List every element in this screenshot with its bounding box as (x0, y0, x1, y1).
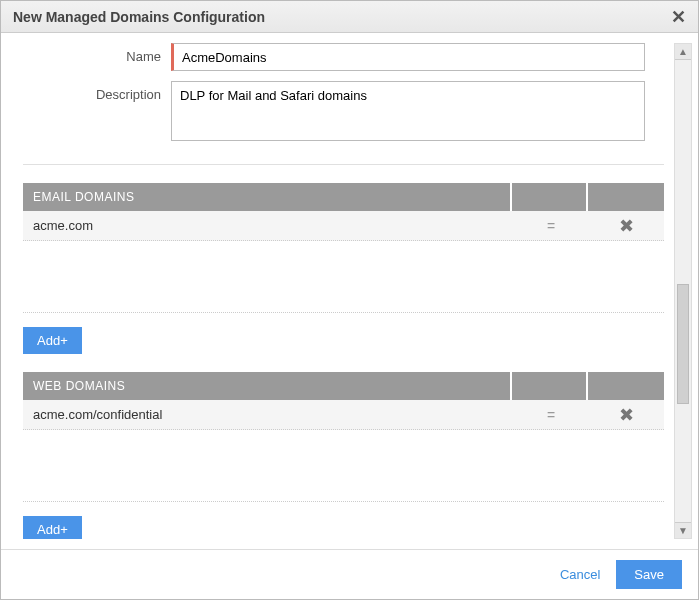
drag-handle-icon[interactable]: = (512, 404, 588, 425)
table-row: acme.com/confidential = ✖ (23, 400, 664, 430)
web-empty-area (23, 430, 664, 502)
dialog-window: New Managed Domains Configuration ✕ Name… (0, 0, 699, 600)
dialog-footer: Cancel Save (1, 549, 698, 599)
delete-icon[interactable]: ✖ (588, 404, 664, 426)
scroll-up-arrow-icon[interactable]: ▲ (675, 44, 691, 60)
close-icon[interactable]: ✕ (671, 8, 686, 26)
dialog-body-wrapper: Name Description <span class="spellcheck… (1, 33, 698, 549)
name-input[interactable] (171, 43, 645, 71)
vertical-scrollbar[interactable]: ▲ ▼ (674, 43, 692, 539)
email-section-header: EMAIL DOMAINS (23, 183, 512, 211)
web-domain-value: acme.com/confidential (23, 407, 512, 422)
web-header-col3 (588, 372, 664, 400)
description-input[interactable]: <span class="spellcheck-underline">DLP</… (171, 81, 645, 141)
email-empty-area (23, 241, 664, 313)
add-email-domain-button[interactable]: Add+ (23, 327, 82, 354)
scroll-down-arrow-icon[interactable]: ▼ (675, 522, 691, 538)
email-header-col3 (588, 183, 664, 211)
web-domains-section: WEB DOMAINS acme.com/confidential = ✖ Ad… (23, 372, 664, 539)
dialog-body: Name Description <span class="spellcheck… (23, 43, 674, 539)
email-domains-section: EMAIL DOMAINS acme.com = ✖ Add+ (23, 183, 664, 354)
dialog-header: New Managed Domains Configuration ✕ (1, 1, 698, 33)
email-header-col2 (512, 183, 588, 211)
email-domain-value: acme.com (23, 218, 512, 233)
drag-handle-icon[interactable]: = (512, 215, 588, 236)
dialog-title: New Managed Domains Configuration (13, 9, 265, 25)
add-web-domain-button[interactable]: Add+ (23, 516, 82, 539)
table-row: acme.com = ✖ (23, 211, 664, 241)
email-section-header-row: EMAIL DOMAINS (23, 183, 664, 211)
description-label: Description (23, 81, 171, 102)
delete-icon[interactable]: ✖ (588, 215, 664, 237)
cancel-button[interactable]: Cancel (560, 567, 600, 582)
save-button[interactable]: Save (616, 560, 682, 589)
description-row: Description <span class="spellcheck-unde… (23, 81, 664, 144)
scroll-thumb[interactable] (677, 284, 689, 404)
web-header-col2 (512, 372, 588, 400)
web-section-header-row: WEB DOMAINS (23, 372, 664, 400)
divider (23, 164, 664, 165)
web-section-header: WEB DOMAINS (23, 372, 512, 400)
name-label: Name (23, 43, 171, 64)
name-row: Name (23, 43, 664, 71)
